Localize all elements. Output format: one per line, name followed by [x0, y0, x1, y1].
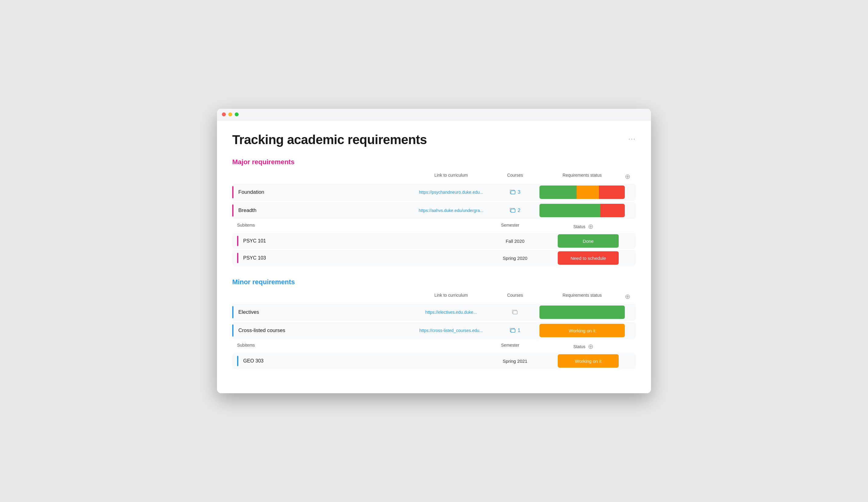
crosslisted-label: Cross-listed courses: [238, 327, 285, 334]
electives-courses: [491, 310, 539, 315]
psyc103-label: PSYC 103: [243, 255, 266, 261]
minor-status-label: Status ⊕: [547, 343, 620, 351]
maximize-button[interactable]: [235, 112, 239, 116]
major-table: Link to curriculum Courses Requirements …: [232, 171, 636, 266]
electives-accent: [232, 306, 234, 318]
crosslisted-courses-count: 1: [518, 328, 520, 333]
foundation-status-bar: [539, 186, 625, 199]
breadth-link-cell: https://aahvs.duke.edu/undergra...: [412, 208, 491, 213]
courses-icon: [510, 190, 516, 195]
crosslisted-accent: [232, 324, 234, 337]
major-col-courses: Courses: [491, 173, 539, 181]
table-row: Cross-listed courses https://cross-liste…: [232, 322, 636, 339]
status-badge[interactable]: Working on it: [558, 354, 619, 368]
electives-status-bar: [539, 305, 625, 319]
app-window: Tracking academic requirements ··· Major…: [217, 109, 651, 393]
svg-rect-7: [511, 329, 515, 332]
foundation-label: Foundation: [238, 189, 264, 195]
psyc103-accent: [237, 253, 238, 263]
titlebar: [217, 109, 651, 120]
geo303-semester: Spring 2021: [478, 358, 552, 364]
crosslisted-name-cell: Cross-listed courses: [232, 324, 412, 337]
electives-label: Electives: [238, 309, 259, 315]
foundation-link-cell: https://psychandneuro.duke.edu...: [412, 189, 491, 195]
major-add-button[interactable]: ⊕: [625, 173, 630, 181]
major-table-header: Link to curriculum Courses Requirements …: [232, 171, 636, 182]
foundation-bar-red: [599, 186, 625, 199]
semester-label: Semester: [474, 223, 547, 231]
breadth-status-bar: [539, 204, 625, 217]
courses-icon: [512, 310, 518, 315]
minor-subitems-label: Subitems: [237, 343, 474, 351]
status-badge[interactable]: Need to schedule: [558, 251, 619, 265]
minor-col-courses: Courses: [491, 293, 539, 301]
minor-subitems-add-button[interactable]: ⊕: [588, 343, 593, 351]
crosslisted-courses: 1: [491, 328, 539, 333]
breadth-courses-count: 2: [518, 208, 520, 213]
minor-subitems-header: Subitems Semester Status ⊕: [232, 340, 636, 353]
major-subitems-add-button[interactable]: ⊕: [588, 223, 593, 231]
breadth-bar-green: [539, 204, 600, 217]
psyc101-name-cell: PSYC 101: [232, 236, 478, 246]
major-section-title: Major requirements: [232, 158, 636, 166]
svg-rect-3: [511, 209, 515, 212]
breadth-link[interactable]: https://aahvs.duke.edu/undergra...: [419, 208, 483, 213]
electives-link-cell: https://electives.edu.duke...: [412, 310, 491, 315]
major-col-status: Requirements status: [539, 173, 625, 181]
major-subitems-table: Subitems Semester Status ⊕ PSYC 101: [232, 220, 636, 266]
list-item: PSYC 103 Spring 2020 Need to schedule: [232, 250, 636, 266]
geo303-name-cell: GEO 303: [232, 356, 478, 366]
geo303-accent: [237, 356, 238, 366]
electives-bar-green: [539, 305, 625, 319]
foundation-courses: 3: [491, 189, 539, 195]
list-item: PSYC 101 Fall 2020 Done: [232, 233, 636, 249]
table-row: Foundation https://psychandneuro.duke.ed…: [232, 184, 636, 201]
status-label: Status ⊕: [547, 223, 620, 231]
psyc101-label: PSYC 101: [243, 238, 266, 244]
minor-add-button[interactable]: ⊕: [625, 293, 630, 301]
more-options-button[interactable]: ···: [629, 135, 636, 143]
psyc103-semester: Spring 2020: [478, 255, 552, 261]
svg-rect-1: [511, 191, 515, 194]
minor-section: Minor requirements Link to curriculum Co…: [232, 278, 636, 369]
breadth-name-cell: Breadth: [232, 205, 412, 217]
table-row: Electives https://electives.edu.duke...: [232, 304, 636, 321]
breadth-courses: 2: [491, 208, 539, 213]
minor-table-header: Link to curriculum Courses Requirements …: [232, 291, 636, 303]
crosslisted-status: Working on it: [539, 324, 625, 337]
major-col-link: Link to curriculum: [412, 173, 491, 181]
geo303-label: GEO 303: [243, 358, 264, 364]
status-badge[interactable]: Working on it: [539, 324, 625, 337]
breadth-label: Breadth: [238, 207, 257, 213]
major-col-name: [232, 173, 412, 181]
minor-col-name: [232, 293, 412, 301]
foundation-name-cell: Foundation: [232, 186, 412, 198]
psyc101-accent: [237, 236, 238, 246]
crosslisted-link-cell: https://cross-listed_courses.edu...: [412, 328, 491, 333]
minor-section-title: Minor requirements: [232, 278, 636, 286]
minor-col-status: Requirements status: [539, 293, 625, 301]
list-item: GEO 303 Spring 2021 Working on it: [232, 353, 636, 369]
foundation-accent: [232, 186, 234, 198]
subitems-label: Subitems: [237, 223, 474, 231]
minor-table: Link to curriculum Courses Requirements …: [232, 291, 636, 369]
crosslisted-link[interactable]: https://cross-listed_courses.edu...: [420, 328, 483, 333]
electives-name-cell: Electives: [232, 306, 412, 318]
foundation-bar-green: [539, 186, 577, 199]
status-badge[interactable]: Done: [558, 234, 619, 248]
foundation-courses-count: 3: [518, 189, 520, 195]
table-row: Breadth https://aahvs.duke.edu/undergra.…: [232, 202, 636, 219]
geo303-status: Working on it: [552, 354, 625, 368]
foundation-link[interactable]: https://psychandneuro.duke.edu...: [419, 190, 483, 195]
electives-link[interactable]: https://electives.edu.duke...: [425, 310, 477, 315]
minimize-button[interactable]: [228, 112, 232, 116]
psyc103-status: Need to schedule: [552, 251, 625, 265]
breadth-bar-red: [600, 204, 625, 217]
page-title: Tracking academic requirements: [232, 133, 636, 147]
foundation-bar-orange: [577, 186, 599, 199]
major-section: Major requirements Link to curriculum Co…: [232, 158, 636, 266]
major-subitems-header: Subitems Semester Status ⊕: [232, 220, 636, 233]
main-content: Tracking academic requirements ··· Major…: [217, 120, 651, 393]
close-button[interactable]: [222, 112, 226, 116]
courses-icon: [510, 328, 516, 333]
